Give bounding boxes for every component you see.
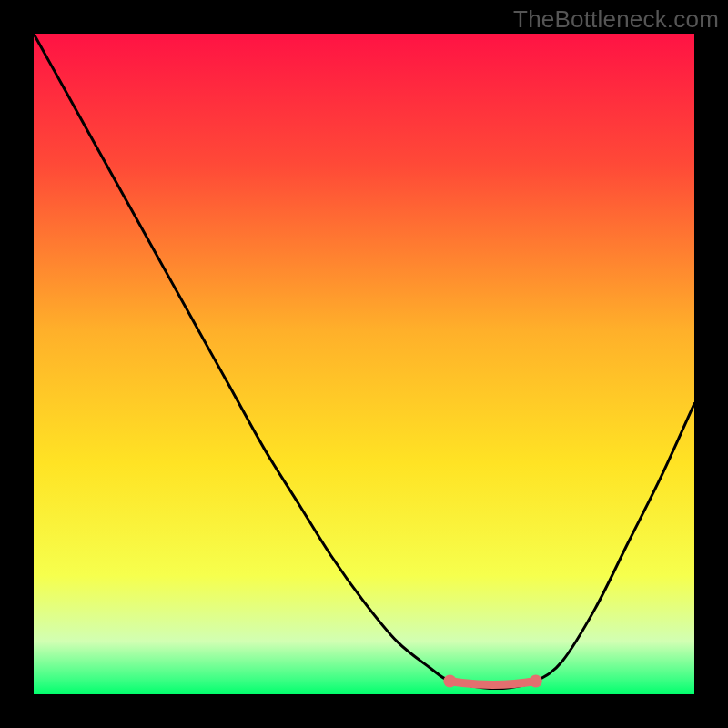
optimal-zone-start-marker <box>443 674 456 687</box>
bottleneck-curve-plot <box>0 0 728 728</box>
optimal-zone-highlight <box>450 681 535 684</box>
optimal-zone-end-marker <box>530 674 542 687</box>
gradient-background <box>34 34 694 694</box>
watermark-text: TheBottleneck.com <box>513 5 719 34</box>
chart-stage: TheBottleneck.com <box>0 0 728 728</box>
